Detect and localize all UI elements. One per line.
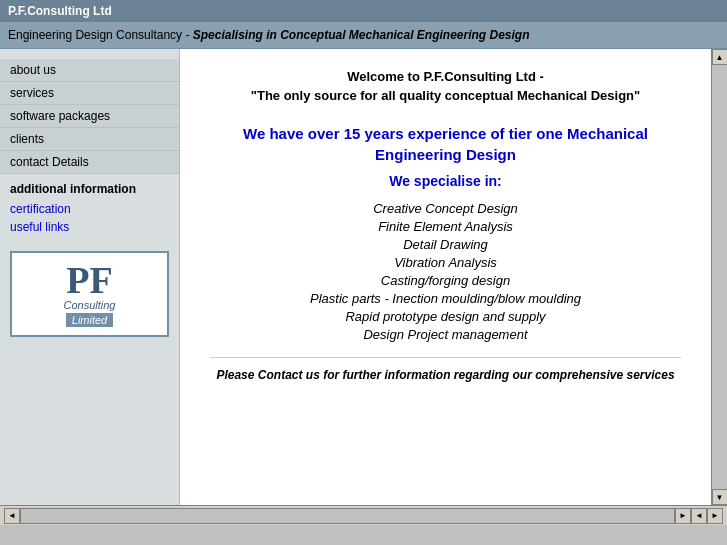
sidebar-item-about-us[interactable]: about us: [0, 59, 179, 82]
specialise-heading: We specialise in:: [210, 173, 681, 189]
horizontal-scrollbar: ◄ ►: [4, 508, 691, 524]
title-bar: P.F.Consulting Ltd: [0, 0, 727, 22]
scroll-track-bottom[interactable]: [20, 508, 675, 524]
main-content: Welcome to P.F.Consulting Ltd - "The onl…: [180, 49, 711, 505]
logo-pf: PF: [66, 261, 112, 299]
service-item-2: Detail Drawing: [210, 237, 681, 252]
header-italic: Specialising in Conceptual Mechanical En…: [193, 28, 530, 42]
service-item-4: Casting/forging design: [210, 273, 681, 288]
logo-consulting: Consulting: [64, 299, 116, 311]
sidebar-item-contact-details[interactable]: contact Details: [0, 151, 179, 174]
service-item-0: Creative Concept Design: [210, 201, 681, 216]
header-bar: Engineering Design Consultancy - Special…: [0, 22, 727, 49]
service-list: Creative Concept Design Finite Element A…: [210, 201, 681, 342]
logo-area: PF Consulting Limited: [10, 251, 169, 337]
scroll-left-button[interactable]: ◄: [4, 508, 20, 524]
corner-right-button[interactable]: ►: [707, 508, 723, 524]
welcome-line2: "The only source for all quality concept…: [210, 88, 681, 103]
welcome-line1: Welcome to P.F.Consulting Ltd -: [210, 69, 681, 84]
service-item-6: Rapid prototype design and supply: [210, 309, 681, 324]
highlight-line1: We have over 15 years experience of tier…: [243, 125, 648, 142]
service-item-7: Design Project management: [210, 327, 681, 342]
bottom-bar: ◄ ► ◄ ►: [0, 505, 727, 525]
scroll-track-right[interactable]: [712, 65, 727, 489]
scroll-right-button[interactable]: ►: [675, 508, 691, 524]
additional-info-title: additional information: [0, 174, 179, 200]
sidebar-sub-certification[interactable]: certification: [0, 200, 179, 218]
scroll-down-button[interactable]: ▼: [712, 489, 728, 505]
sidebar-sub-useful-links[interactable]: useful links: [0, 218, 179, 236]
sidebar-item-clients[interactable]: clients: [0, 128, 179, 151]
service-item-5: Plastic parts - Inection moulding/blow m…: [210, 291, 681, 306]
sidebar-item-services[interactable]: services: [0, 82, 179, 105]
logo-limited: Limited: [66, 313, 113, 327]
scrollbar-right: ▲ ▼: [711, 49, 727, 505]
corner-left-button[interactable]: ◄: [691, 508, 707, 524]
highlight-heading: We have over 15 years experience of tier…: [210, 123, 681, 165]
bottom-right-buttons: ◄ ►: [691, 508, 723, 524]
title-text: P.F.Consulting Ltd: [8, 4, 112, 18]
footer-note: Please Contact us for further informatio…: [210, 357, 681, 382]
content-area: about us services software packages clie…: [0, 49, 727, 505]
sidebar-item-software-packages[interactable]: software packages: [0, 105, 179, 128]
service-item-1: Finite Element Analysis: [210, 219, 681, 234]
header-prefix: Engineering Design Consultancy -: [8, 28, 193, 42]
sidebar: about us services software packages clie…: [0, 49, 180, 505]
highlight-line2: Engineering Design: [375, 146, 516, 163]
scroll-up-button[interactable]: ▲: [712, 49, 728, 65]
service-item-3: Vibration Analysis: [210, 255, 681, 270]
